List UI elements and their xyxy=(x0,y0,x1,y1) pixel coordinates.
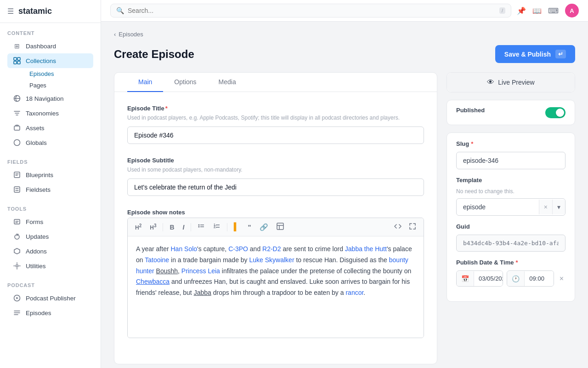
rte-bold-btn[interactable]: B xyxy=(167,222,177,233)
guid-input[interactable] xyxy=(456,235,565,252)
rte-text-9: , xyxy=(178,267,181,275)
template-arrow[interactable]: ▾ xyxy=(552,200,565,214)
sidebar-item-globals[interactable]: Globals xyxy=(7,135,93,150)
published-label: Published xyxy=(456,107,485,114)
rte-ol-btn[interactable]: 1.2. xyxy=(210,221,223,233)
link-han-solo[interactable]: Han Solo xyxy=(170,245,197,253)
rte-marker-btn[interactable]: ▍ xyxy=(231,221,242,233)
sidebar-item-fieldsets[interactable]: Fieldsets xyxy=(7,182,93,197)
tab-options[interactable]: Options xyxy=(163,73,207,92)
save-publish-button[interactable]: Save & Publish ↵ xyxy=(495,45,575,63)
publish-date-required: * xyxy=(515,259,518,266)
pin-icon[interactable]: 📌 xyxy=(517,6,526,15)
sidebar-sub-episodes[interactable]: Episodes xyxy=(26,68,93,80)
utilities-icon xyxy=(13,262,21,270)
date-input-wrap: 📅 xyxy=(456,270,503,287)
form-body: Episode Title* Used in podcast players, … xyxy=(114,92,437,364)
navigation-icon xyxy=(13,94,21,103)
template-clear[interactable]: × xyxy=(539,200,552,214)
rte-sep-3 xyxy=(227,223,227,231)
brand-name: statamic xyxy=(18,6,52,16)
sidebar-item-label-navigation: 18 Navigation xyxy=(26,95,64,102)
publish-date-label: Publish Date & Time * xyxy=(456,259,565,266)
link-rancor[interactable]: rancor xyxy=(345,289,363,296)
tab-main[interactable]: Main xyxy=(127,73,163,92)
link-jabba[interactable]: Jabba the Hutt xyxy=(345,245,387,253)
search-input[interactable] xyxy=(128,7,496,14)
rte-table-btn[interactable] xyxy=(274,221,287,233)
sidebar-item-navigation[interactable]: 18 Navigation xyxy=(7,91,93,106)
link-tatooine[interactable]: Tatooine xyxy=(145,256,169,264)
clock-icon: 🕐 xyxy=(507,271,525,286)
rte-content[interactable]: A year after Han Solo's capture, C-3PO a… xyxy=(128,236,424,338)
rte-text-12: drops him through a trapdoor to be eaten… xyxy=(211,289,346,296)
rte-h2-btn[interactable]: H2 xyxy=(132,221,144,233)
book-icon[interactable]: 📖 xyxy=(532,6,542,15)
fieldsets-icon xyxy=(13,185,21,194)
link-princess-leia[interactable]: Princess Leia xyxy=(181,267,220,275)
addons-icon xyxy=(13,247,21,255)
episode-title-desc: Used in podcast players, e.g. Apple Podc… xyxy=(127,114,424,122)
sidebar-sub-pages[interactable]: Pages xyxy=(26,80,93,91)
sidebar-item-episodes[interactable]: Episodes xyxy=(7,305,93,320)
sidebar-item-assets[interactable]: Assets xyxy=(7,121,93,135)
sidebar-item-utilities[interactable]: Utilities xyxy=(7,259,93,273)
sidebar-item-blueprints[interactable]: Blueprints xyxy=(7,167,93,182)
sidebar-item-podcast-publisher[interactable]: Podcast Publisher xyxy=(7,291,93,305)
time-input[interactable] xyxy=(525,271,554,286)
slug-input[interactable] xyxy=(456,152,565,169)
page-title: Create Episode xyxy=(114,48,194,61)
sidebar-item-taxonomies[interactable]: Taxonomies xyxy=(7,106,93,121)
datetime-clear[interactable]: × xyxy=(558,273,565,285)
link-r2d2[interactable]: R2-D2 xyxy=(262,245,281,253)
rte-quote-btn[interactable]: " xyxy=(245,221,254,233)
rte-text-boushh: Boushh xyxy=(156,267,178,275)
rte-link-btn[interactable]: 🔗 xyxy=(257,221,271,233)
toggle-row: Published xyxy=(447,100,575,125)
link-c3po[interactable]: C-3PO xyxy=(228,245,248,253)
avatar[interactable]: A xyxy=(565,4,579,17)
hamburger-icon[interactable]: ☰ xyxy=(7,7,14,16)
sidebar-item-forms[interactable]: Forms xyxy=(7,214,93,229)
episode-title-input[interactable] xyxy=(127,126,424,144)
template-select[interactable]: episode × ▾ xyxy=(456,198,565,216)
rte-fullscreen-btn[interactable] xyxy=(406,221,419,233)
dashboard-icon: ⊞ xyxy=(13,42,21,50)
rte-text-start: A year after xyxy=(136,245,170,253)
keyboard-icon[interactable]: ⌨ xyxy=(548,6,559,15)
tabs-container: Main Options Media Episode Title* Used i… xyxy=(114,72,437,364)
sidebar-item-dashboard[interactable]: ⊞ Dashboard xyxy=(7,39,93,53)
link-luke[interactable]: Luke Skywalker xyxy=(249,256,294,264)
sidebar-item-label-globals: Globals xyxy=(26,139,47,146)
sidebar-item-addons[interactable]: Addons xyxy=(7,244,93,259)
sidebar-item-updates[interactable]: Updates xyxy=(7,229,93,244)
breadcrumb[interactable]: ‹ Episodes xyxy=(114,31,575,38)
podcast-section: PODCAST Podcast Publisher Episodes xyxy=(0,275,101,322)
topbar-actions: 📌 📖 ⌨ A xyxy=(517,4,579,17)
sidebar-item-label-forms: Forms xyxy=(26,218,43,225)
content: ‹ Episodes Create Episode Save & Publish… xyxy=(101,22,588,368)
breadcrumb-label: Episodes xyxy=(119,31,143,38)
rte-source-btn[interactable] xyxy=(391,221,404,233)
sidebar-item-collections[interactable]: Collections xyxy=(7,53,93,68)
published-toggle[interactable] xyxy=(545,107,565,118)
sidebar-item-label-updates: Updates xyxy=(26,233,49,240)
tab-media[interactable]: Media xyxy=(208,73,247,92)
link-chewbacca[interactable]: Chewbacca xyxy=(136,278,170,285)
blueprints-icon xyxy=(13,171,21,179)
live-preview-button[interactable]: 👁 Live Preview xyxy=(447,73,575,92)
collections-sub: Episodes Pages xyxy=(7,68,93,91)
episode-subtitle-input[interactable] xyxy=(127,178,424,196)
updates-icon xyxy=(13,232,21,241)
sidebar-item-label-assets: Assets xyxy=(26,125,45,132)
podcast-publisher-icon xyxy=(13,294,21,302)
rte-ul-btn[interactable] xyxy=(195,221,208,233)
search-box[interactable]: 🔍 / xyxy=(110,4,511,17)
rte-italic-btn[interactable]: I xyxy=(180,222,187,233)
sidebar: ☰ statamic CONTENT ⊞ Dashboard Collectio… xyxy=(0,0,101,368)
sidebar-item-label-dashboard: Dashboard xyxy=(26,43,56,50)
podcast-section-label: PODCAST xyxy=(7,282,93,288)
rte-h3-btn[interactable]: H3 xyxy=(147,221,159,233)
rte-text-7: to rescue Han. Disguised as the xyxy=(294,256,389,264)
date-input[interactable] xyxy=(474,271,503,286)
